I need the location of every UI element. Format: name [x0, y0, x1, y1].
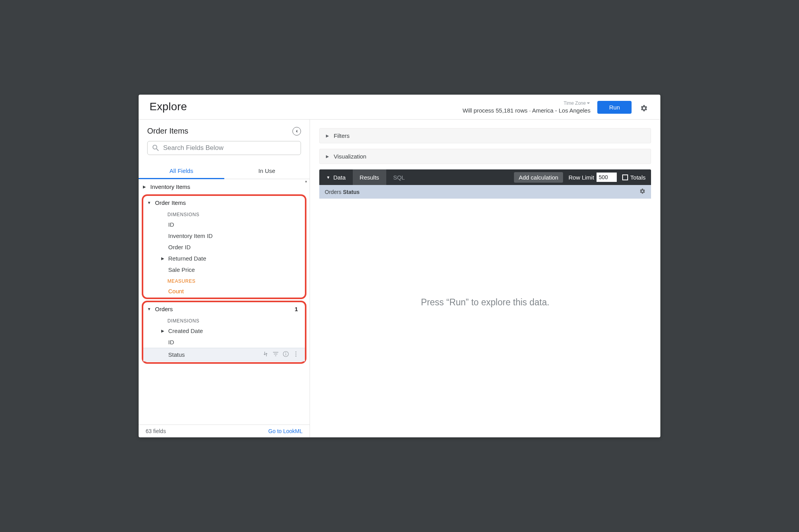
caret-right-icon: ▶ — [160, 256, 165, 261]
timezone-dropdown[interactable]: Time Zone — [564, 100, 591, 106]
field-returned-date[interactable]: ▶ Returned Date — [143, 253, 305, 264]
field-action-icons — [262, 351, 302, 359]
field-status[interactable]: Status — [143, 348, 305, 361]
field-label: ID — [167, 221, 174, 228]
field-label: ID — [167, 339, 174, 345]
caret-right-icon: ▶ — [326, 134, 329, 138]
sidebar-title: Order Items — [147, 127, 188, 136]
column-title: Orders Status — [325, 189, 359, 195]
panel-label: Filters — [334, 132, 350, 139]
gear-icon — [639, 188, 646, 194]
caret-right-icon: ▶ — [326, 154, 329, 159]
totals-toggle[interactable]: Totals — [622, 174, 646, 181]
totals-label: Totals — [630, 174, 646, 181]
column-view: Orders — [325, 189, 343, 195]
svg-point-4 — [296, 354, 297, 355]
highlight-orders: Orders 1 DIMENSIONS ▶ Created Date ID St… — [142, 301, 306, 364]
field-id[interactable]: ID — [143, 219, 305, 230]
field-sale-price[interactable]: Sale Price — [143, 264, 305, 275]
svg-point-2 — [286, 352, 286, 353]
field-label: Count — [167, 288, 184, 294]
sql-label: SQL — [393, 174, 405, 181]
view-order-items[interactable]: Order Items — [143, 197, 305, 209]
view-label: Orders — [155, 306, 173, 312]
field-label: Order ID — [167, 244, 191, 250]
sidebar: Order Items All Fields In Use — [139, 120, 310, 437]
field-label: Returned Date — [167, 255, 206, 262]
sidebar-footer: 63 fields Go to LookML — [139, 425, 310, 437]
view-label: Inventory Items — [150, 183, 190, 190]
dimensions-heading: DIMENSIONS — [143, 209, 305, 219]
collapse-sidebar-button[interactable] — [292, 127, 301, 136]
info-icon[interactable] — [282, 351, 289, 359]
data-column-header[interactable]: Orders Status — [319, 185, 651, 199]
pivot-icon[interactable] — [262, 351, 269, 359]
caret-right-icon: ▶ — [160, 329, 165, 333]
settings-button[interactable] — [639, 103, 649, 114]
header-right: Time Zone Will process 55,181 rows · Ame… — [463, 99, 649, 114]
view-field-count: 1 — [295, 306, 298, 312]
header-info: Time Zone Will process 55,181 rows · Ame… — [463, 99, 590, 114]
results-tab[interactable]: Results — [353, 169, 386, 185]
chevron-left-icon — [295, 129, 299, 133]
highlight-order-items: Order Items DIMENSIONS ID Inventory Item… — [142, 194, 306, 299]
timezone-label: Time Zone — [564, 100, 586, 106]
visualization-panel[interactable]: ▶ Visualization — [319, 149, 651, 164]
svg-point-5 — [296, 356, 297, 357]
add-calculation-button[interactable]: Add calculation — [514, 172, 563, 183]
view-orders[interactable]: Orders 1 — [143, 303, 305, 315]
measures-heading: MEASURES — [143, 275, 305, 285]
scroll-up-indicator[interactable] — [303, 179, 309, 183]
checkbox-icon — [622, 174, 628, 180]
main-content: ▶ Filters ▶ Visualization ▼ Data Results… — [310, 120, 660, 437]
run-placeholder: Press “Run” to explore this data. — [319, 199, 651, 437]
dimensions-heading: DIMENSIONS — [143, 315, 305, 325]
field-inventory-item-id[interactable]: Inventory Item ID — [143, 230, 305, 241]
data-label: Data — [333, 174, 346, 181]
page-title: Explore — [150, 100, 187, 113]
caret-down-icon — [147, 201, 151, 205]
field-created-date[interactable]: ▶ Created Date — [143, 325, 305, 336]
more-icon[interactable] — [292, 351, 299, 359]
view-inventory-items[interactable]: Inventory Items — [139, 181, 310, 193]
field-count-label: 63 fields — [146, 428, 166, 434]
view-label: Order Items — [155, 199, 186, 206]
column-field: Status — [343, 189, 360, 195]
gear-icon — [640, 104, 648, 112]
field-count[interactable]: Count — [143, 285, 305, 297]
field-order-id[interactable]: Order ID — [143, 241, 305, 253]
run-button[interactable]: Run — [597, 101, 632, 114]
app-window: Explore Time Zone Will process 55,181 ro… — [139, 95, 660, 437]
data-bar: ▼ Data Results SQL Add calculation Row L… — [319, 169, 651, 185]
go-to-lookml-link[interactable]: Go to LookML — [268, 428, 303, 434]
filter-icon[interactable] — [272, 351, 279, 359]
caret-right-icon — [143, 185, 146, 189]
search-box[interactable] — [147, 141, 301, 155]
tab-all-fields[interactable]: All Fields — [139, 164, 224, 179]
field-label: Created Date — [167, 328, 203, 334]
header: Explore Time Zone Will process 55,181 ro… — [139, 95, 660, 120]
data-tab[interactable]: ▼ Data — [319, 169, 353, 185]
results-label: Results — [360, 174, 379, 181]
row-limit-input[interactable] — [597, 173, 617, 182]
search-wrap — [139, 138, 310, 155]
sidebar-header: Order Items — [139, 120, 310, 138]
sidebar-tabs: All Fields In Use — [139, 164, 310, 179]
caret-down-icon — [147, 307, 151, 311]
column-settings-button[interactable] — [639, 188, 646, 196]
search-input[interactable] — [163, 144, 297, 152]
search-icon — [151, 144, 160, 152]
field-list[interactable]: Inventory Items Order Items DIMENSIONS I… — [139, 179, 310, 425]
caret-down-icon: ▼ — [326, 175, 330, 180]
panel-label: Visualization — [334, 153, 366, 160]
body: Order Items All Fields In Use — [139, 120, 660, 437]
filters-panel[interactable]: ▶ Filters — [319, 128, 651, 143]
field-label: Sale Price — [167, 266, 195, 273]
svg-point-3 — [296, 351, 297, 352]
tab-in-use[interactable]: In Use — [224, 164, 310, 179]
field-label: Status — [167, 351, 185, 358]
row-limit-label: Row Limit — [568, 174, 594, 181]
sql-tab[interactable]: SQL — [386, 169, 412, 185]
field-orders-id[interactable]: ID — [143, 336, 305, 348]
chevron-down-icon — [586, 101, 590, 105]
